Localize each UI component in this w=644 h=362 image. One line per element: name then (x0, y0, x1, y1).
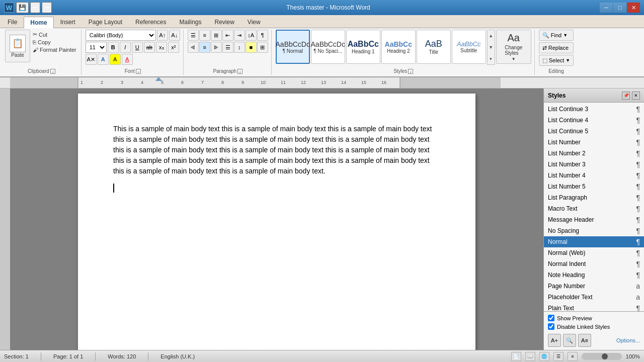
document-content[interactable]: This is a sample of main body text this … (113, 124, 440, 194)
style-list-item[interactable]: Note Heading¶ (544, 269, 644, 281)
close-button[interactable]: ✕ (627, 3, 640, 13)
style-list-item[interactable]: List Continue 4¶ (544, 115, 644, 126)
align-center-button[interactable]: ≡ (199, 42, 210, 53)
paste-button[interactable]: 📋 Paste (5, 30, 30, 62)
numbered-list-button[interactable]: ≡ (199, 30, 210, 41)
styles-scroll-buttons[interactable]: ▲ ▼ ▾ (487, 30, 495, 65)
tab-mailings[interactable]: Mailings (173, 16, 208, 28)
style-list-item[interactable]: Normal Indent¶ (544, 258, 644, 269)
outline-view-button[interactable]: ☰ (553, 352, 564, 361)
full-reading-button[interactable]: 📖 (525, 352, 535, 361)
style-heading2[interactable]: AaBbCc Heading 2 (381, 30, 416, 64)
styles-panel-pin-button[interactable]: 📌 (622, 92, 630, 100)
zoom-thumb[interactable] (602, 353, 608, 359)
superscript-button[interactable]: x² (168, 42, 179, 53)
style-list-item[interactable]: Macro Text¶ (544, 203, 644, 214)
style-title[interactable]: AaB Title (417, 30, 451, 64)
find-dropdown-icon: ▼ (563, 33, 568, 38)
shading-button[interactable]: ■ (246, 42, 257, 53)
highlight-button[interactable]: A (110, 54, 121, 65)
style-list-item[interactable]: List Continue 3¶ (544, 104, 644, 115)
font-name-select[interactable]: Calibri (Body) (86, 30, 156, 41)
document-area[interactable]: This is a sample of main body text this … (10, 88, 543, 350)
format-painter-button[interactable]: 🖌 Format Painter (31, 46, 78, 53)
style-list-item[interactable]: No Spacing¶ (544, 225, 644, 236)
style-normal[interactable]: AaBbCcDc ¶ Normal (276, 30, 310, 64)
tab-view[interactable]: View (241, 16, 267, 28)
new-style-button[interactable]: A+ (548, 334, 561, 347)
style-list-item[interactable]: Normal¶ (544, 236, 644, 247)
show-formatting-button[interactable]: ¶ (257, 30, 268, 41)
tab-home[interactable]: Home (24, 17, 53, 28)
change-styles-button[interactable]: Aa ChangeStyles ▼ (496, 30, 531, 64)
save-button[interactable]: 💾 (16, 2, 29, 13)
clipboard-expand-button[interactable]: ⌟ (50, 69, 55, 74)
tab-file[interactable]: File (1, 16, 24, 28)
multilevel-list-button[interactable]: ⊞ (211, 30, 222, 41)
style-list-item[interactable]: Normal (Web)¶ (544, 247, 644, 258)
select-button[interactable]: ⬚ Select ▼ (539, 55, 574, 66)
print-layout-button[interactable]: 📄 (511, 352, 521, 361)
font-size-select[interactable]: 11 (86, 42, 107, 53)
style-list-item[interactable]: List Continue 5¶ (544, 126, 644, 137)
align-right-button[interactable]: ⫸ (211, 42, 222, 53)
show-preview-checkbox[interactable] (548, 315, 554, 321)
increase-indent-button[interactable]: ⇥ (234, 30, 245, 41)
underline-button[interactable]: U (132, 42, 143, 53)
style-list-item[interactable]: List Number 5¶ (544, 181, 644, 192)
style-no-spacing[interactable]: AaBbCcDc ¶ No Spaci... (311, 30, 345, 64)
clear-formatting-button[interactable]: A✕ (86, 54, 97, 65)
style-list-item[interactable]: Message Header¶ (544, 214, 644, 225)
style-list-item[interactable]: List Paragraph¶ (544, 192, 644, 203)
bullet-list-button[interactable]: ☰ (188, 30, 199, 41)
strikethrough-button[interactable]: ab (144, 42, 155, 53)
tab-page-layout[interactable]: Page Layout (82, 16, 129, 28)
options-link[interactable]: Options... (616, 337, 640, 343)
borders-button[interactable]: ⊞ (257, 42, 268, 53)
grow-font-button[interactable]: A↑ (157, 30, 168, 41)
decrease-indent-button[interactable]: ⇤ (222, 30, 233, 41)
style-list-item[interactable]: List Number¶ (544, 137, 644, 148)
find-icon: 🔍 (542, 32, 549, 39)
ribbon: 📋 Paste ✂ Cut ⎘ Copy 🖌 Format Painter C (0, 28, 644, 77)
style-list-item[interactable]: List Number 4¶ (544, 170, 644, 181)
undo-button[interactable]: ↩ (30, 2, 40, 13)
subscript-button[interactable]: x₂ (156, 42, 167, 53)
inspect-style-button[interactable]: 🔍 (563, 334, 576, 347)
style-heading1[interactable]: AaBbCc Heading 1 (346, 30, 380, 64)
styles-panel-close-button[interactable]: ✕ (632, 92, 640, 100)
redo-button[interactable]: ↪ (42, 2, 52, 13)
tab-references[interactable]: References (129, 16, 173, 28)
align-left-button[interactable]: ⫷ (188, 42, 199, 53)
italic-button[interactable]: I (120, 42, 131, 53)
text-effects-button[interactable]: A (98, 54, 109, 65)
manage-styles-button[interactable]: A≡ (578, 334, 591, 347)
font-color-button[interactable]: A (122, 54, 133, 65)
line-spacing-button[interactable]: ↕ (234, 42, 245, 53)
style-list-item[interactable]: Placeholder Texta (544, 292, 644, 303)
style-list-item[interactable]: List Number 3¶ (544, 159, 644, 170)
bold-button[interactable]: B (108, 42, 119, 53)
draft-view-button[interactable]: ≡ (568, 352, 578, 361)
tab-review[interactable]: Review (208, 16, 240, 28)
sort-button[interactable]: ↕A (246, 30, 257, 41)
minimize-button[interactable]: ─ (600, 3, 613, 13)
styles-expand-button[interactable]: ⌟ (408, 69, 413, 74)
paragraph-expand-button[interactable]: ⌟ (237, 69, 243, 74)
disable-linked-checkbox[interactable] (548, 323, 554, 330)
tab-insert[interactable]: Insert (54, 16, 82, 28)
justify-button[interactable]: ☰ (222, 42, 233, 53)
cut-button[interactable]: ✂ Cut (31, 31, 78, 38)
style-list-item[interactable]: Plain Text¶ (544, 303, 644, 311)
style-subtitle[interactable]: AaBbCc Subtitle (452, 30, 486, 64)
maximize-button[interactable]: □ (613, 3, 626, 13)
zoom-slider[interactable] (582, 353, 622, 360)
copy-button[interactable]: ⎘ Copy (31, 39, 78, 46)
web-layout-button[interactable]: 🌐 (539, 352, 549, 361)
find-button[interactable]: 🔍 Find ▼ (539, 30, 574, 41)
shrink-font-button[interactable]: A↓ (169, 30, 180, 41)
font-expand-button[interactable]: ⌟ (136, 69, 141, 74)
replace-button[interactable]: ⇄ Replace (539, 42, 574, 53)
style-list-item[interactable]: List Number 2¶ (544, 148, 644, 159)
style-list-item[interactable]: Page Numbera (544, 281, 644, 292)
